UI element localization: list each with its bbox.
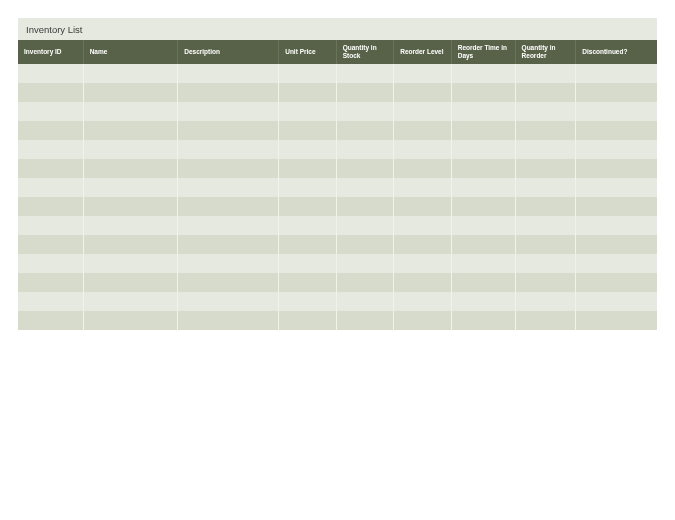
table-cell[interactable] (18, 102, 83, 121)
table-cell[interactable] (279, 216, 337, 235)
table-cell[interactable] (515, 178, 576, 197)
table-cell[interactable] (18, 83, 83, 102)
table-cell[interactable] (18, 254, 83, 273)
table-cell[interactable] (576, 83, 657, 102)
table-cell[interactable] (83, 159, 178, 178)
table-cell[interactable] (279, 292, 337, 311)
table-cell[interactable] (178, 254, 279, 273)
table-cell[interactable] (515, 83, 576, 102)
table-cell[interactable] (515, 102, 576, 121)
table-cell[interactable] (394, 102, 452, 121)
table-row[interactable] (18, 64, 657, 83)
table-cell[interactable] (18, 235, 83, 254)
table-cell[interactable] (394, 216, 452, 235)
table-cell[interactable] (451, 178, 515, 197)
table-cell[interactable] (279, 254, 337, 273)
table-cell[interactable] (18, 273, 83, 292)
table-row[interactable] (18, 197, 657, 216)
table-cell[interactable] (336, 83, 394, 102)
table-cell[interactable] (576, 121, 657, 140)
table-cell[interactable] (451, 197, 515, 216)
table-row[interactable] (18, 178, 657, 197)
col-header-reorder-level[interactable]: Reorder Level (394, 40, 452, 64)
table-cell[interactable] (178, 121, 279, 140)
table-cell[interactable] (515, 311, 576, 330)
table-cell[interactable] (83, 197, 178, 216)
col-header-inventory-id[interactable]: Inventory ID (18, 40, 83, 64)
table-cell[interactable] (394, 121, 452, 140)
table-cell[interactable] (279, 121, 337, 140)
table-cell[interactable] (18, 64, 83, 83)
table-cell[interactable] (83, 254, 178, 273)
table-cell[interactable] (83, 140, 178, 159)
table-cell[interactable] (336, 178, 394, 197)
table-row[interactable] (18, 121, 657, 140)
table-cell[interactable] (18, 140, 83, 159)
table-cell[interactable] (451, 140, 515, 159)
table-cell[interactable] (83, 292, 178, 311)
col-header-description[interactable]: Description (178, 40, 279, 64)
table-cell[interactable] (394, 197, 452, 216)
table-cell[interactable] (336, 159, 394, 178)
table-row[interactable] (18, 311, 657, 330)
table-cell[interactable] (451, 159, 515, 178)
col-header-name[interactable]: Name (83, 40, 178, 64)
table-row[interactable] (18, 292, 657, 311)
table-cell[interactable] (394, 140, 452, 159)
col-header-quantity-in-reorder[interactable]: Quantity in Reorder (515, 40, 576, 64)
table-cell[interactable] (336, 121, 394, 140)
table-cell[interactable] (83, 273, 178, 292)
table-cell[interactable] (18, 178, 83, 197)
table-cell[interactable] (451, 83, 515, 102)
table-cell[interactable] (394, 159, 452, 178)
col-header-unit-price[interactable]: Unit Price (279, 40, 337, 64)
table-cell[interactable] (178, 311, 279, 330)
table-cell[interactable] (279, 159, 337, 178)
table-cell[interactable] (279, 178, 337, 197)
table-cell[interactable] (83, 83, 178, 102)
table-cell[interactable] (451, 235, 515, 254)
table-cell[interactable] (394, 292, 452, 311)
table-cell[interactable] (394, 83, 452, 102)
table-cell[interactable] (83, 235, 178, 254)
table-cell[interactable] (451, 64, 515, 83)
table-row[interactable] (18, 254, 657, 273)
table-row[interactable] (18, 235, 657, 254)
table-row[interactable] (18, 83, 657, 102)
table-cell[interactable] (336, 197, 394, 216)
table-cell[interactable] (451, 292, 515, 311)
table-cell[interactable] (451, 121, 515, 140)
table-cell[interactable] (451, 273, 515, 292)
table-cell[interactable] (576, 197, 657, 216)
table-cell[interactable] (394, 311, 452, 330)
table-row[interactable] (18, 102, 657, 121)
table-cell[interactable] (576, 216, 657, 235)
table-cell[interactable] (83, 216, 178, 235)
table-cell[interactable] (515, 254, 576, 273)
table-cell[interactable] (394, 64, 452, 83)
table-cell[interactable] (178, 140, 279, 159)
table-cell[interactable] (515, 159, 576, 178)
table-cell[interactable] (178, 273, 279, 292)
table-cell[interactable] (178, 83, 279, 102)
table-cell[interactable] (279, 235, 337, 254)
table-cell[interactable] (336, 273, 394, 292)
table-cell[interactable] (83, 121, 178, 140)
table-cell[interactable] (515, 235, 576, 254)
table-cell[interactable] (178, 197, 279, 216)
table-cell[interactable] (178, 102, 279, 121)
table-cell[interactable] (451, 102, 515, 121)
table-cell[interactable] (576, 102, 657, 121)
table-cell[interactable] (576, 178, 657, 197)
table-cell[interactable] (336, 140, 394, 159)
table-cell[interactable] (18, 311, 83, 330)
table-cell[interactable] (336, 102, 394, 121)
table-row[interactable] (18, 273, 657, 292)
table-cell[interactable] (336, 254, 394, 273)
table-row[interactable] (18, 140, 657, 159)
table-cell[interactable] (279, 311, 337, 330)
table-cell[interactable] (576, 64, 657, 83)
table-cell[interactable] (394, 235, 452, 254)
table-cell[interactable] (18, 292, 83, 311)
table-row[interactable] (18, 216, 657, 235)
